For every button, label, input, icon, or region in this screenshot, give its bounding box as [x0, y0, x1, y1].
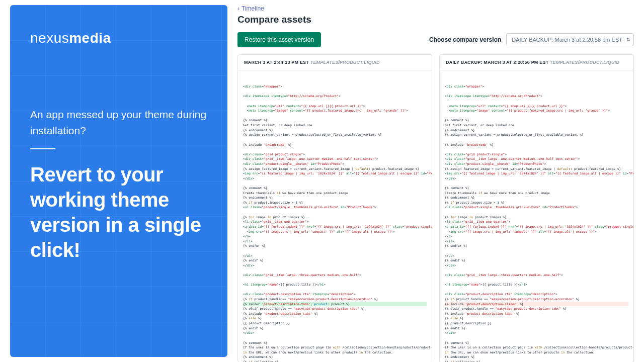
right-code: <div class="wrapper"> <div itemscope ite… [440, 70, 633, 362]
compare-controls: Choose compare version DAILY BACKUP: Mar… [429, 33, 634, 46]
page-title: Compare assets [237, 14, 634, 25]
left-timestamp: MARCH 3 AT 2:44:13 PM EST [244, 60, 309, 65]
left-pane-header: MARCH 3 AT 2:44:13 PM EST TEMPLATES/PROD… [238, 55, 432, 70]
back-link-label: Timeline [242, 5, 264, 12]
left-path: TEMPLATES/PRODUCT.LIQUID [310, 60, 380, 65]
diff-panes: MARCH 3 AT 2:44:13 PM EST TEMPLATES/PROD… [237, 54, 634, 362]
chevron-left-icon: ‹ [237, 5, 239, 12]
left-pane: MARCH 3 AT 2:44:13 PM EST TEMPLATES/PROD… [237, 54, 432, 362]
back-link[interactable]: ‹ Timeline [237, 5, 634, 12]
restore-button[interactable]: Restore this asset version [237, 32, 321, 47]
right-pane-header: DAILY BACKUP: MARCH 3 AT 2:20:56 PM EST … [440, 55, 633, 70]
compare-version-select[interactable]: DAILY BACKUP: March 3 at 2:20:56 pm EST [506, 33, 634, 46]
divider [30, 148, 55, 149]
logo-light: nexus [30, 30, 69, 46]
compare-label: Choose compare version [429, 36, 501, 43]
right-timestamp: DAILY BACKUP: MARCH 3 AT 2:20:56 PM EST [446, 60, 548, 65]
logo: nexusmedia [30, 30, 207, 46]
right-path: TEMPLATES/PRODUCT.LIQUID [550, 60, 619, 65]
toolbar: Restore this asset version Choose compar… [237, 32, 634, 47]
promo-headline: Revert to your working theme version in … [30, 162, 207, 262]
app-panel: ‹ Timeline Compare assets Restore this a… [227, 0, 644, 362]
promo-subheadline: An app messed up your theme during insta… [30, 107, 207, 138]
right-pane: DAILY BACKUP: MARCH 3 AT 2:20:56 PM EST … [439, 54, 634, 362]
left-code: <div class="wrapper"> <div itemscope ite… [238, 70, 432, 362]
promo-panel: nexusmedia An app messed up your theme d… [10, 5, 227, 357]
logo-bold: media [69, 30, 111, 46]
